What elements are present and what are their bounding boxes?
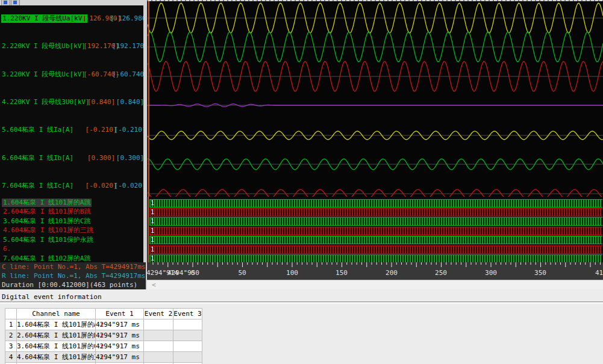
digital-state-value: 1 [151, 245, 154, 253]
digital-trace-bar: 1 [149, 199, 602, 208]
scroll-left-icon[interactable]: < [152, 281, 156, 289]
digital-channel-row[interactable]: 6. [0, 245, 143, 253]
table-header-cell: Channel name [17, 309, 96, 319]
digital-trace-area[interactable]: 1111111 [147, 197, 603, 262]
time-axis[interactable]: 4294"9144294"95005010015020025030035041 [147, 262, 603, 280]
digital-channel-label: 1.604柘泉 I 线101屏的A跳 [2, 199, 92, 207]
horizontal-scrollbar[interactable]: < [147, 280, 603, 290]
digital-channel-row[interactable]: 4.604柘泉 I 线101屏的三跳 [0, 226, 143, 235]
channel-name-cell: 2.604柘泉 I 线101屏的B跳 [17, 330, 96, 341]
analog-channel-label: 2.220KV I 段母线Ub[kV] [2, 42, 86, 51]
table-row[interactable]: 33.604柘泉 I 线101屏的C跳↑4294"917 ms [5, 341, 202, 352]
event2-cell [144, 341, 173, 352]
digital-trace-bar: 1 [149, 227, 602, 235]
table-header-row: Channel nameEvent 1Event 2Event 3 [5, 309, 202, 319]
digital-trace-bar: 1 [149, 236, 602, 244]
axis-tick-label: 41 [595, 269, 603, 277]
axis-tick-label: 0 [191, 269, 195, 277]
digital-channel-row[interactable]: 1.604柘泉 I 线101屏的A跳 [0, 199, 143, 207]
analog-instant-value-1: [-0.210] [86, 126, 117, 134]
analog-instant-value-2: [-126.980] [110, 14, 143, 23]
axis-tick-label: 50 [238, 269, 246, 277]
separator [0, 301, 603, 304]
event1-cell: ↑4294"917 ms [96, 341, 144, 352]
toolbar-strip [0, 0, 147, 5]
analog-waveform-area[interactable] [147, 1, 603, 197]
axis-tick-label: 350 [534, 269, 546, 277]
waveform-analysis-window: 1.220KV I 段母线Ua[kV][-126.980][-126.980]2… [0, 0, 603, 364]
analog-channel-row[interactable]: 1.220KV I 段母线Ua[kV][-126.980][-126.980] [0, 14, 143, 23]
event-information-section: Digital event information Channel nameEv… [0, 289, 603, 364]
table-row[interactable]: 44.604柘泉 I 线101屏的三跳↑4294"917 ms [5, 352, 202, 363]
table-header-cell: Event 2 [144, 309, 173, 319]
duration-status: Duration [0:00.412000](463 points) [2, 281, 137, 289]
row-number: 2 [5, 330, 17, 341]
analog-instant-value-1: [0.840] [87, 98, 115, 106]
table-row[interactable]: 11.604柘泉 I 线101屏的A跳↑4294"917 ms [5, 319, 202, 330]
axis-tick-label: 300 [485, 269, 497, 277]
analog-channel-row[interactable]: 7.604柘泉 I 线Ic[A][-0.020][-0.020] [0, 182, 143, 190]
digital-channel-row[interactable]: 5.604柘泉 I 线101保护永跳 [0, 236, 143, 244]
digital-state-value: 1 [151, 217, 154, 225]
analog-channel-label: 6.604柘泉 I 线Ib[A] [2, 154, 73, 162]
analog-channel-row[interactable]: 4.220KV I 段母线3U0[kV][0.840][0.840] [0, 98, 143, 106]
cursor-status-panel: C line: Point No.=1, Abs T=4294917ms, Re… [0, 262, 146, 289]
event3-cell [173, 330, 202, 341]
event3-cell [173, 352, 202, 363]
row-number: 3 [5, 341, 17, 352]
digital-channel-row[interactable]: 3.604柘泉 I 线101屏的C跳 [0, 217, 143, 226]
digital-state-value: 1 [151, 227, 154, 235]
rising-edge-icon: ↑ [100, 331, 104, 339]
analog-instant-value-1: [0.300] [87, 154, 115, 162]
analog-instant-value-2: [0.300] [116, 154, 143, 162]
section-title: Digital event information [2, 293, 102, 301]
event2-cell [144, 352, 173, 363]
row-number: 4 [5, 352, 17, 363]
event2-cell [144, 330, 173, 341]
event1-cell: ↑4294"917 ms [96, 330, 144, 341]
row-number: 1 [5, 319, 17, 330]
analog-channel-row[interactable]: 2.220KV I 段母线Ub[kV][192.170][192.170] [0, 42, 143, 51]
digital-state-value: 1 [151, 208, 154, 216]
rising-edge-icon: ↑ [100, 342, 104, 350]
table-row[interactable]: 22.604柘泉 I 线101屏的B跳↑4294"917 ms [5, 330, 202, 341]
analog-instant-value-2: [-0.210] [114, 126, 143, 134]
digital-channel-label: 3.604柘泉 I 线101屏的C跳 [2, 217, 92, 226]
event2-cell [144, 319, 173, 330]
digital-state-value: 1 [151, 254, 154, 262]
analog-channel-label: 5.604柘泉 I 线Ia[A] [2, 126, 73, 134]
table-header-cell: Event 1 [96, 309, 144, 319]
axis-tick-label: 200 [386, 269, 398, 277]
channel-list-panel: 1.220KV I 段母线Ua[kV][-126.980][-126.980]2… [0, 5, 143, 262]
digital-channel-row[interactable]: 7.604柘泉 I 线102屏的A跳 [0, 254, 143, 262]
time-cursor-line[interactable] [148, 197, 149, 262]
tool-icon [4, 1, 7, 4]
digital-trace-bar: 1 [149, 245, 602, 254]
time-cursor-line[interactable] [148, 1, 149, 197]
analog-channel-row[interactable]: 3.220KV I 段母线Uc[kV][-60.740][-60.740] [0, 70, 143, 79]
digital-state-value: 1 [151, 199, 154, 207]
analog-instant-value-1: [-0.020] [86, 182, 117, 190]
event3-cell [173, 319, 202, 330]
axis-tick-label: 250 [435, 269, 447, 277]
analog-channel-label: 1.220KV I 段母线Ua[kV] [1, 14, 87, 23]
event1-cell: ↑4294"917 ms [96, 319, 144, 330]
channel-name-cell: 3.604柘泉 I 线101屏的C跳 [17, 341, 96, 352]
event3-cell [173, 341, 202, 352]
analog-instant-value-2: [-60.740] [112, 70, 143, 79]
digital-state-value: 1 [151, 236, 154, 244]
digital-channel-row[interactable]: 2.604柘泉 I 线101屏的B跳 [0, 208, 143, 216]
analog-instant-value-2: [0.840] [116, 98, 143, 106]
digital-channel-label: 6. [2, 245, 12, 253]
analog-channel-row[interactable]: 5.604柘泉 I 线Ia[A][-0.210][-0.210] [0, 126, 143, 134]
channel-name-cell: 4.604柘泉 I 线101屏的三跳 [17, 352, 96, 363]
digital-trace-bar: 1 [149, 217, 602, 226]
c-line-status: C line: Point No.=1, Abs T=4294917ms, Re… [2, 263, 146, 271]
analog-channel-row[interactable]: 6.604柘泉 I 线Ib[A][0.300][0.300] [0, 154, 143, 162]
axis-tick-label: 100 [286, 269, 298, 277]
axis-tick-label: 150 [336, 269, 348, 277]
rising-edge-icon: ↑ [100, 353, 104, 361]
digital-channel-label: 4.604柘泉 I 线101屏的三跳 [2, 226, 95, 235]
analog-instant-value-2: [-0.020] [114, 182, 143, 190]
table-header-cell: Event 3 [173, 309, 202, 319]
